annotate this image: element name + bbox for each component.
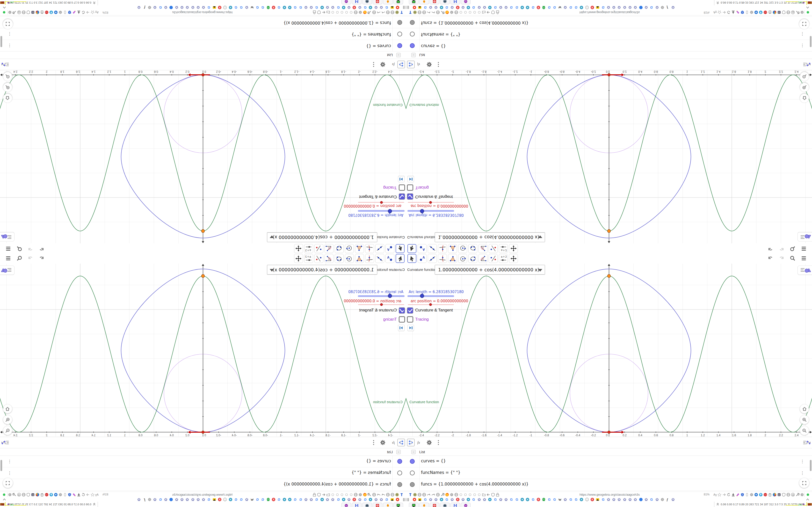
translate-icon[interactable]: A [95,493,100,497]
bookmark-favicon-octo[interactable] [266,6,271,9]
bookmark-favicon-G[interactable]: G [546,498,552,501]
chevron-up-icon[interactable] [2,6,6,9]
bookmark-favicon-cam[interactable] [389,6,395,9]
tree-view-icon[interactable] [397,61,405,68]
bookmark-favicon-cam[interactable] [417,6,422,9]
pinned-tab-screen-tab[interactable] [394,0,403,4]
bookmark-favicon-cam[interactable] [595,498,600,501]
kebab-menu-icon[interactable] [370,439,377,446]
dot-icon[interactable] [349,10,354,14]
bookmark-favicon-flower[interactable] [644,6,649,9]
bookmark-favicon-flower[interactable] [503,6,509,9]
bookmark-favicon-G[interactable]: G [600,6,606,9]
graphics-view[interactable]: -2.4-2.2-2-1.8-1.6-1.4-1.2-1-0.8-0.6-0.4… [0,264,406,437]
bookmark-favicon-flower[interactable] [670,498,676,501]
dot-icon[interactable] [472,493,477,497]
shield-icon[interactable] [317,10,321,14]
bookmark-favicon-teal[interactable] [228,6,233,9]
dot-icon[interactable] [340,10,344,14]
bookmark-favicon-G[interactable]: G [260,498,265,501]
bookmark-favicon-G[interactable]: G [649,6,654,9]
gear-icon[interactable] [749,493,754,497]
tree-view-icon[interactable] [407,61,415,68]
tool-conic-through-points[interactable] [468,254,477,263]
firefox-icon[interactable] [445,493,449,497]
bookmark-favicon-teal[interactable] [341,498,346,501]
bookmark-favicon-flower[interactable] [163,6,168,9]
shield-icon[interactable] [26,10,31,14]
pinned-tab-camera-tab[interactable] [440,0,450,4]
graphics-view[interactable]: -2.4-2.2-2-1.8-1.6-1.4-1.2-1-0.8-0.6-0.4… [0,70,406,243]
bookmark-favicon-G[interactable]: G [509,6,514,9]
dot-icon[interactable] [472,10,477,14]
bookmark-favicon-flower[interactable] [346,498,352,501]
lock-icon[interactable] [495,10,500,14]
bookmark-favicon-gear[interactable] [660,498,665,501]
bookmark-favicon-G[interactable]: G [600,498,606,501]
pinned-tab-screen-tab[interactable] [409,0,418,4]
graphics-stylebar-toggle[interactable] [798,232,812,241]
pinned-tab-purple-tab[interactable] [342,0,351,4]
tool-angle[interactable]: α [478,254,488,263]
globe-icon[interactable] [390,493,395,497]
gauge-icon[interactable] [376,10,381,14]
bookmark-favicon-flower[interactable] [325,498,330,501]
trash-icon[interactable] [767,493,772,497]
redo-button[interactable] [778,255,785,262]
shield-icon[interactable] [317,493,321,497]
arc-length-slider-knob[interactable] [420,209,424,213]
star-icon[interactable] [90,10,95,14]
tool-line-through-two-points[interactable] [428,254,437,263]
visibility-marble[interactable] [410,43,415,48]
wrench-icon[interactable] [795,10,800,14]
bookmark-favicon-flower[interactable] [379,6,384,9]
bookmark-favicon-ya[interactable]: R [217,498,222,501]
bookmark-favicon-flower[interactable] [633,498,638,501]
tool-move[interactable] [396,254,405,263]
kebab-menu-icon[interactable] [435,439,442,446]
collapse-list-button[interactable]: − [396,450,401,454]
bookmark-favicon-flower[interactable] [179,6,185,9]
bookmark-favicon-teal[interactable] [520,6,525,9]
tracing-checkbox[interactable] [399,184,405,191]
bookmark-favicon-G[interactable]: G [260,6,265,9]
wrench-icon[interactable] [440,493,445,497]
dot-icon[interactable] [344,493,349,497]
zoom-out-icon[interactable] [3,426,12,435]
bookmark-favicon-ya[interactable]: R [590,498,595,501]
bookmark-favicon-G[interactable]: G [276,498,282,501]
bookmark-favicon-flower[interactable] [373,498,379,501]
bookmark-favicon-teal[interactable] [368,6,373,9]
bookmark-favicon-flower[interactable] [450,6,455,9]
gear-icon[interactable] [8,10,12,14]
undo-button[interactable] [38,245,45,252]
plusblue-icon[interactable] [54,10,58,14]
pinned-tab-redgear-tab[interactable] [373,0,382,4]
bookmark-favicon-flower[interactable] [185,498,190,501]
bookmark-favicon-f[interactable]: f [142,6,147,9]
bookmark-favicon-flower[interactable] [563,6,568,9]
page-zoom-badge[interactable]: 81% [704,11,710,14]
algebra-row-funcs[interactable]: funcs = {1.00000000000 + cos(4.000000000… [0,16,406,28]
pinned-tab-redgear-tab[interactable] [430,0,439,4]
bookmark-favicon-cam[interactable] [212,6,217,9]
algebra-row-curves[interactable]: curves = {} ⋮ [0,456,406,467]
gear-icon[interactable] [449,10,454,14]
bookmark-favicon-G[interactable]: G [362,6,368,9]
tool-move-graphics-view[interactable] [294,244,303,253]
algebra-sort-icon[interactable] [803,439,811,446]
fx-style-icon[interactable]: fx [416,61,424,68]
collapse-list-button[interactable]: − [411,53,416,57]
algebra-row-curves[interactable]: curves = {} ⋮ [0,40,406,51]
menu-icon[interactable] [800,255,808,262]
bookmark-favicon-flower[interactable] [482,6,487,9]
tool-perpendicular-line[interactable] [438,254,447,263]
bookmark-favicon-teal[interactable] [487,6,493,9]
menu-icon[interactable] [4,255,12,262]
bookmark-favicon-flower[interactable] [606,6,611,9]
tool-move[interactable] [407,254,416,263]
bookmark-favicon-flower[interactable] [330,6,336,9]
visibility-marble[interactable] [410,20,415,25]
bookmark-favicon-G[interactable]: G [568,498,573,501]
visibility-marble[interactable] [397,32,402,37]
